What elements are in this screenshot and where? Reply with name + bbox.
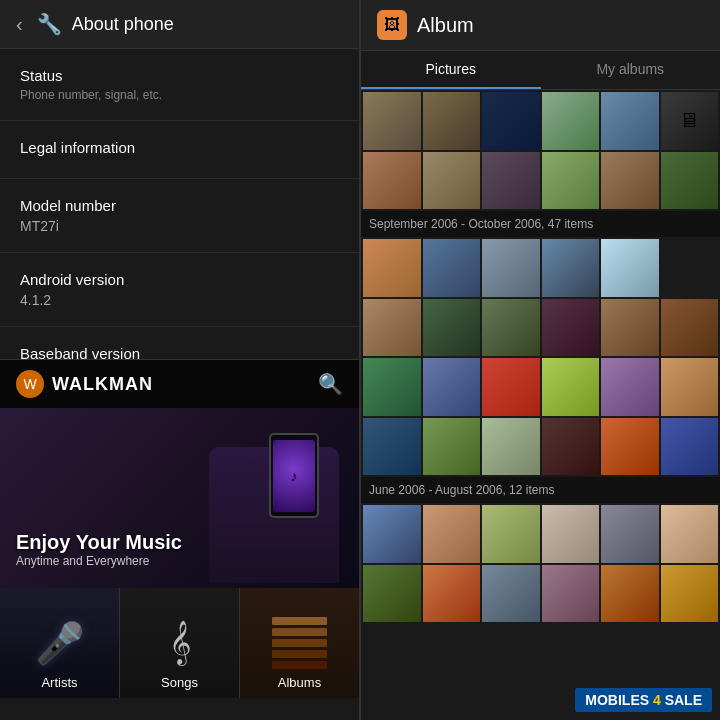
s-thumb-12[interactable] xyxy=(661,299,719,357)
about-item-model[interactable]: Model number MT27i xyxy=(0,179,359,253)
s-thumb-6[interactable] xyxy=(661,239,719,297)
s-thumb-11[interactable] xyxy=(601,299,659,357)
walkman-header: W WALKMAN 🔍 xyxy=(0,360,359,408)
s-thumb-4[interactable] xyxy=(542,239,600,297)
walkman-title: WALKMAN xyxy=(52,374,153,395)
wrench-icon: 🔧 xyxy=(37,12,62,36)
j-thumb-6[interactable] xyxy=(661,505,719,563)
s-thumb-5[interactable] xyxy=(601,239,659,297)
thumb-4[interactable] xyxy=(542,92,600,150)
walkman-hero-text: Enjoy Your Music Anytime and Everywhere xyxy=(16,531,182,568)
s-thumb-23[interactable] xyxy=(601,418,659,476)
tab-my-albums[interactable]: My albums xyxy=(541,51,721,89)
thumb-12[interactable] xyxy=(661,152,719,210)
walkman-logo: W WALKMAN xyxy=(16,370,153,398)
album-panel: 🖼 Album Pictures My albums 🖥 xyxy=(360,0,720,720)
j-thumb-1[interactable] xyxy=(363,505,421,563)
album-grid-sept2006 xyxy=(361,237,720,477)
back-icon[interactable]: ‹ xyxy=(16,13,23,36)
walkman-cat-songs[interactable]: 𝄞 Songs xyxy=(120,588,240,698)
thumb-1[interactable] xyxy=(363,92,421,150)
about-item-legal[interactable]: Legal information xyxy=(0,121,359,179)
album-grid-row1: 🖥 xyxy=(361,90,720,211)
microphone-icon: 🎤 xyxy=(35,620,85,667)
s-thumb-10[interactable] xyxy=(542,299,600,357)
thumb-10[interactable] xyxy=(542,152,600,210)
s-thumb-9[interactable] xyxy=(482,299,540,357)
walkman-cat-albums[interactable]: Albums xyxy=(240,588,359,698)
s-thumb-20[interactable] xyxy=(423,418,481,476)
s-thumb-7[interactable] xyxy=(363,299,421,357)
s-thumb-8[interactable] xyxy=(423,299,481,357)
walkman-categories: 🎤 Artists 𝄞 Songs Albums xyxy=(0,588,359,698)
album-tabs: Pictures My albums xyxy=(361,51,720,90)
s-thumb-24[interactable] xyxy=(661,418,719,476)
s-thumb-19[interactable] xyxy=(363,418,421,476)
j-thumb-8[interactable] xyxy=(423,565,481,623)
s-thumb-21[interactable] xyxy=(482,418,540,476)
phone-in-hand: ♪ xyxy=(269,433,319,518)
thumb-9[interactable] xyxy=(482,152,540,210)
album-line-4 xyxy=(272,650,327,658)
about-item-baseband[interactable]: Baseband version xyxy=(0,327,359,360)
about-item-android[interactable]: Android version 4.1.2 xyxy=(0,253,359,327)
section-label-jun2006: June 2006 - August 2006, 12 items xyxy=(361,477,720,503)
album-line-3 xyxy=(272,639,327,647)
thumb-8[interactable] xyxy=(423,152,481,210)
s-thumb-2[interactable] xyxy=(423,239,481,297)
about-phone-panel: ‹ 🔧 About phone Status Phone number, sig… xyxy=(0,0,360,360)
artists-label: Artists xyxy=(0,675,119,690)
music-note-icon: 𝄞 xyxy=(169,621,191,665)
album-header: 🖼 Album xyxy=(361,0,720,51)
s-thumb-18[interactable] xyxy=(661,358,719,416)
s-thumb-17[interactable] xyxy=(601,358,659,416)
thumb-5[interactable] xyxy=(601,92,659,150)
albums-label: Albums xyxy=(240,675,359,690)
album-line-2 xyxy=(272,628,327,636)
j-thumb-4[interactable] xyxy=(542,505,600,563)
album-icon-symbol: 🖼 xyxy=(384,16,400,34)
album-title: Album xyxy=(417,14,474,37)
s-thumb-22[interactable] xyxy=(542,418,600,476)
album-grid-jun2006 xyxy=(361,503,720,624)
walkman-icon: W xyxy=(16,370,44,398)
s-thumb-1[interactable] xyxy=(363,239,421,297)
thumb-7[interactable] xyxy=(363,152,421,210)
album-scroll[interactable]: 🖥 September 2006 - October 2006, 47 item… xyxy=(361,90,720,720)
album-line-5 xyxy=(272,661,327,669)
j-thumb-5[interactable] xyxy=(601,505,659,563)
songs-label: Songs xyxy=(120,675,239,690)
j-thumb-10[interactable] xyxy=(542,565,600,623)
s-thumb-16[interactable] xyxy=(542,358,600,416)
walkman-cat-artists[interactable]: 🎤 Artists xyxy=(0,588,120,698)
s-thumb-14[interactable] xyxy=(423,358,481,416)
walkman-search-icon[interactable]: 🔍 xyxy=(318,372,343,396)
thumb-2[interactable] xyxy=(423,92,481,150)
thumb-3[interactable] xyxy=(482,92,540,150)
phone-screen-display: ♪ xyxy=(273,440,315,512)
person-area: ♪ xyxy=(209,413,339,583)
thumb-11[interactable] xyxy=(601,152,659,210)
j-thumb-11[interactable] xyxy=(601,565,659,623)
walkman-tagline: Anytime and Everywhere xyxy=(16,554,182,568)
s-thumb-3[interactable] xyxy=(482,239,540,297)
album-line-1 xyxy=(272,617,327,625)
j-thumb-3[interactable] xyxy=(482,505,540,563)
watermark-yellow: 4 xyxy=(653,692,661,708)
thumb-6[interactable]: 🖥 xyxy=(661,92,719,150)
s-thumb-13[interactable] xyxy=(363,358,421,416)
j-thumb-2[interactable] xyxy=(423,505,481,563)
j-thumb-12[interactable] xyxy=(661,565,719,623)
j-thumb-7[interactable] xyxy=(363,565,421,623)
s-thumb-15[interactable] xyxy=(482,358,540,416)
about-phone-content: Status Phone number, signal, etc. Legal … xyxy=(0,49,359,360)
walkman-panel: W WALKMAN 🔍 ♪ Enjoy Your Music A xyxy=(0,360,360,720)
section-label-sept2006: September 2006 - October 2006, 47 items xyxy=(361,211,720,237)
tab-pictures[interactable]: Pictures xyxy=(361,51,541,89)
about-phone-header: ‹ 🔧 About phone xyxy=(0,0,359,49)
about-phone-title: About phone xyxy=(72,14,174,35)
walkman-enjoy: Enjoy Your Music xyxy=(16,531,182,554)
album-icon: 🖼 xyxy=(377,10,407,40)
about-item-status[interactable]: Status Phone number, signal, etc. xyxy=(0,49,359,121)
j-thumb-9[interactable] xyxy=(482,565,540,623)
